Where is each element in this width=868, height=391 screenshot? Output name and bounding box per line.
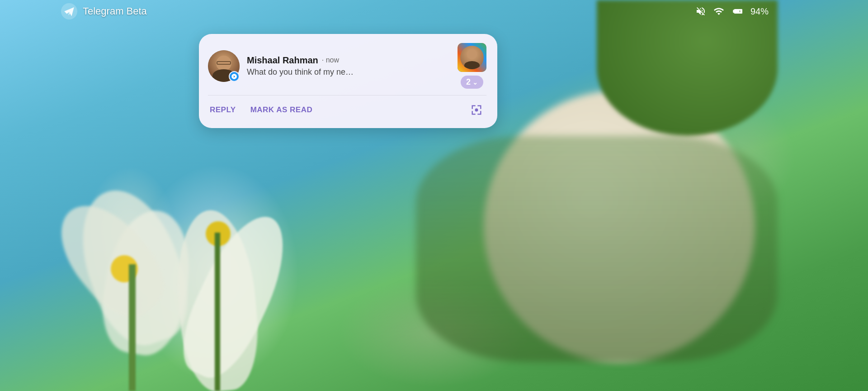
mark-as-read-button[interactable]: MARK AS READ bbox=[245, 102, 322, 118]
notification-actions: REPLY MARK AS READ bbox=[208, 100, 486, 120]
chevron-down-icon: ⌄ bbox=[472, 79, 478, 86]
app-title: Telegram Beta bbox=[83, 5, 147, 17]
svg-rect-4 bbox=[734, 10, 740, 12]
status-bar-left: Telegram Beta bbox=[61, 3, 147, 19]
notification-thumbnail bbox=[458, 43, 486, 72]
notification-message: What do you think of my ne… bbox=[247, 67, 450, 77]
notification-divider bbox=[208, 95, 486, 95]
status-bar-right: 94% bbox=[695, 6, 769, 17]
telegram-logo-icon bbox=[61, 3, 77, 19]
mute-svg bbox=[695, 6, 706, 17]
notification-top-row: Mishaal Rahman · now What do you think o… bbox=[208, 43, 486, 89]
stem-2 bbox=[215, 233, 220, 391]
notification-content: Mishaal Rahman · now What do you think o… bbox=[247, 55, 450, 77]
bg-foliage bbox=[416, 136, 778, 362]
expand-button[interactable] bbox=[467, 100, 486, 120]
telegram-badge bbox=[229, 71, 240, 82]
battery-svg bbox=[731, 6, 744, 17]
battery-icon bbox=[731, 6, 744, 17]
expand-icon bbox=[470, 104, 483, 116]
count-number: 2 bbox=[466, 77, 471, 87]
notification-card: Mishaal Rahman · now What do you think o… bbox=[199, 34, 497, 128]
telegram-badge-icon bbox=[231, 73, 237, 80]
reply-button[interactable]: REPLY bbox=[208, 102, 245, 118]
svg-rect-5 bbox=[741, 11, 741, 12]
notification-right: 2 ⌄ bbox=[458, 43, 486, 89]
wifi-icon bbox=[712, 6, 725, 17]
status-bar: Telegram Beta 94% bbox=[52, 0, 778, 23]
sender-name: Mishaal Rahman bbox=[247, 55, 318, 66]
svg-point-6 bbox=[475, 109, 478, 112]
avatar-container bbox=[208, 50, 240, 82]
wifi-svg bbox=[712, 6, 725, 17]
stem-1 bbox=[129, 264, 136, 391]
notification-count-badge[interactable]: 2 ⌄ bbox=[461, 76, 483, 89]
mute-icon bbox=[695, 6, 706, 17]
notification-time: · now bbox=[322, 56, 339, 64]
notification-header: Mishaal Rahman · now bbox=[247, 55, 450, 66]
battery-percentage: 94% bbox=[750, 6, 769, 17]
